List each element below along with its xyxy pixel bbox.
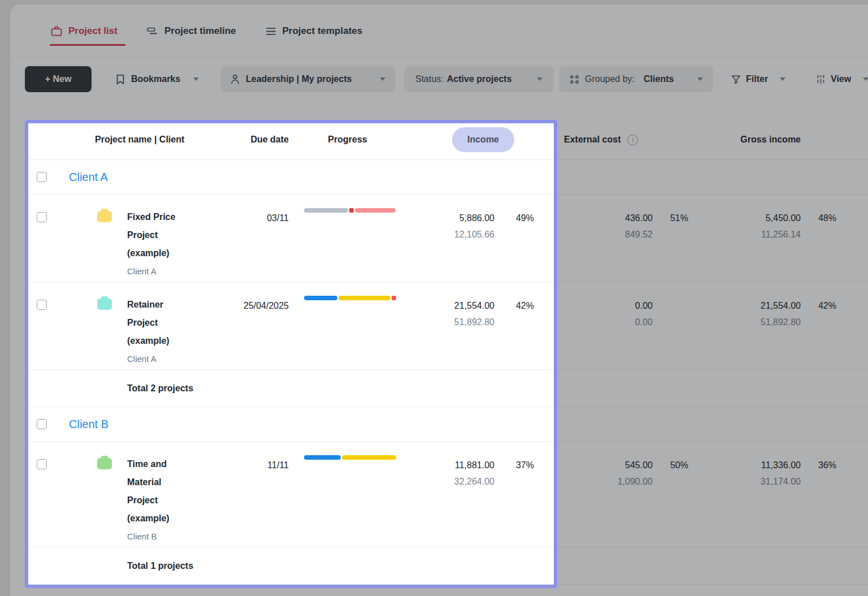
column-header-project[interactable]: Project name | Client bbox=[25, 135, 223, 145]
client-group-row: Client B bbox=[25, 407, 868, 442]
column-header-gross-income[interactable]: Gross income bbox=[692, 135, 802, 145]
income-header-pill[interactable]: Income bbox=[452, 127, 514, 152]
bookmarks-button[interactable]: Bookmarks bbox=[113, 66, 203, 92]
filter-button[interactable]: Filter bbox=[729, 66, 791, 92]
checkbox-cell bbox=[25, 442, 73, 546]
project-row[interactable]: Retainer Project (example)Client A25/04/… bbox=[25, 282, 868, 370]
table-body: Client AFixed Price Project (example)Cli… bbox=[25, 160, 868, 585]
project-name[interactable]: Time and Material Project (example) bbox=[127, 455, 223, 528]
project-row[interactable]: Fixed Price Project (example)Client A03/… bbox=[25, 195, 868, 282]
group-total-label: Total 2 projects bbox=[127, 383, 193, 394]
briefcase-icon bbox=[51, 26, 62, 37]
gross-value: 5,450.00 bbox=[692, 210, 801, 226]
project-client-label: Client A bbox=[127, 350, 223, 368]
info-icon[interactable] bbox=[627, 135, 638, 145]
icon-cell bbox=[73, 282, 119, 368]
external-cell: 436.00849.52 bbox=[537, 195, 656, 280]
bookmarks-label: Bookmarks bbox=[131, 74, 180, 84]
group-total-row: Total 2 projects bbox=[25, 370, 868, 407]
grid-icon bbox=[570, 75, 579, 84]
status-prefix: Status: bbox=[415, 74, 444, 84]
row-checkbox[interactable] bbox=[37, 459, 47, 469]
name-cell: Fixed Price Project (example)Client A bbox=[119, 195, 223, 280]
income-cell: 11,881.0032,264.00 bbox=[404, 442, 497, 546]
progress-segment bbox=[338, 296, 390, 300]
name-cell: Time and Material Project (example)Clien… bbox=[119, 442, 223, 546]
income-value: 5,886.00 bbox=[404, 210, 494, 226]
group-total-label: Total 1 projects bbox=[127, 561, 193, 571]
progress-segment bbox=[304, 455, 341, 460]
tab-project-templates[interactable]: Project templates bbox=[266, 25, 363, 37]
external-cell: 0.000.00 bbox=[537, 282, 656, 368]
due-date: 03/11 bbox=[223, 195, 291, 280]
templates-icon bbox=[266, 27, 276, 36]
name-cell: Retainer Project (example)Client A bbox=[119, 282, 223, 368]
external-percent: 50% bbox=[656, 442, 692, 546]
external-cost-label: External cost bbox=[564, 135, 620, 145]
tab-project-timeline[interactable]: Project timeline bbox=[147, 25, 236, 37]
column-header-external-cost[interactable]: External cost bbox=[537, 135, 656, 145]
gross-cell: 21,554.0051,892.80 bbox=[692, 282, 802, 368]
gross-percent: 36% bbox=[802, 442, 868, 546]
chevron-down-icon bbox=[780, 77, 785, 81]
toolbar: + New Bookmarks Leadership | My projects bbox=[25, 66, 868, 92]
due-date: 11/11 bbox=[223, 442, 291, 546]
status-value: Active projects bbox=[447, 74, 512, 84]
external-percent bbox=[656, 282, 692, 368]
gross-budget: 51,892.80 bbox=[692, 314, 801, 330]
income-budget: 12,105.66 bbox=[404, 226, 494, 243]
column-header-due-date[interactable]: Due date bbox=[223, 135, 291, 145]
external-value: 0.00 bbox=[537, 297, 653, 314]
scope-filter-button[interactable]: Leadership | My projects bbox=[220, 66, 396, 92]
app-card: Project list Project timeline Project te… bbox=[10, 5, 868, 596]
progress-segment bbox=[392, 296, 396, 300]
income-cell: 21,554.0051,892.80 bbox=[404, 282, 497, 368]
new-button-label: + New bbox=[45, 74, 72, 84]
gross-budget: 11,256.14 bbox=[692, 226, 801, 243]
column-header-progress[interactable]: Progress bbox=[291, 135, 404, 145]
income-budget: 32,264.00 bbox=[404, 473, 494, 490]
external-value: 545.00 bbox=[537, 457, 653, 473]
projects-table: Project name | Client Due date Progress … bbox=[25, 120, 868, 585]
client-group-row: Client A bbox=[25, 160, 868, 195]
client-group-link[interactable]: Client B bbox=[69, 418, 108, 431]
due-date: 25/04/2025 bbox=[223, 282, 291, 368]
column-header-income: Income bbox=[404, 127, 537, 152]
progress-cell bbox=[291, 195, 404, 280]
grouped-by-button[interactable]: Grouped by: Clients bbox=[559, 66, 713, 92]
grouped-value: Clients bbox=[644, 74, 674, 84]
row-checkbox[interactable] bbox=[37, 300, 47, 310]
bookmark-icon bbox=[116, 74, 125, 85]
group-checkbox[interactable] bbox=[37, 419, 47, 429]
row-checkbox[interactable] bbox=[37, 212, 47, 222]
gross-value: 11,336.00 bbox=[692, 457, 801, 473]
checkbox-cell bbox=[25, 282, 73, 368]
external-budget: 1,090.00 bbox=[537, 473, 653, 490]
tabs-divider bbox=[10, 57, 868, 58]
tab-project-list[interactable]: Project list bbox=[51, 25, 118, 37]
income-budget: 51,892.80 bbox=[404, 314, 494, 330]
external-cell: 545.001,090.00 bbox=[537, 442, 656, 546]
view-button[interactable]: View bbox=[814, 66, 868, 92]
project-row[interactable]: Time and Material Project (example)Clien… bbox=[25, 442, 868, 547]
new-button[interactable]: + New bbox=[25, 66, 92, 92]
tab-bar: Project list Project timeline Project te… bbox=[51, 12, 362, 50]
icon-cell bbox=[73, 442, 119, 546]
progress-segment bbox=[349, 208, 354, 213]
progress-cell bbox=[291, 282, 404, 368]
checkbox-cell bbox=[25, 195, 73, 280]
gross-percent: 42% bbox=[802, 282, 868, 368]
progress-cell bbox=[291, 442, 404, 546]
person-icon bbox=[231, 74, 240, 84]
income-value: 11,881.00 bbox=[404, 457, 494, 473]
progress-bar bbox=[304, 296, 396, 300]
project-name[interactable]: Retainer Project (example) bbox=[127, 296, 223, 350]
status-filter-button[interactable]: Status: Active projects bbox=[404, 66, 554, 92]
client-group-link[interactable]: Client A bbox=[69, 171, 108, 184]
project-name[interactable]: Fixed Price Project (example) bbox=[127, 208, 223, 262]
filter-label: Filter bbox=[746, 74, 768, 84]
gross-percent: 48% bbox=[802, 195, 868, 280]
chevron-down-icon bbox=[697, 77, 703, 81]
group-checkbox[interactable] bbox=[37, 172, 47, 182]
scope-label: Leadership | My projects bbox=[246, 74, 352, 84]
